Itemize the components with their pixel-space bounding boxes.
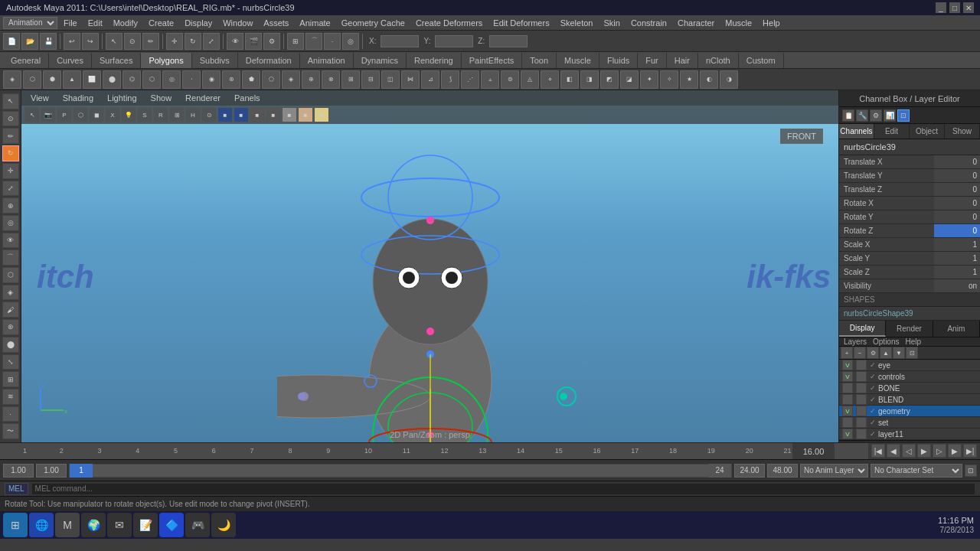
taskbar-app4[interactable]: 🔷 xyxy=(159,513,184,537)
vt-shadow[interactable]: S xyxy=(137,107,152,122)
tc-frame-end[interactable] xyxy=(734,464,765,478)
lt-rotate[interactable]: ↻ xyxy=(2,145,19,161)
shelf-icon-9[interactable]: ◎ xyxy=(162,70,181,89)
taskbar-app2[interactable]: ✉ xyxy=(107,513,132,537)
lt-paint[interactable]: ✏ xyxy=(2,128,19,144)
shelf-tab-painteffects[interactable]: PaintEffects xyxy=(462,53,523,68)
menu-skeleton[interactable]: Skeleton xyxy=(556,15,598,31)
vm-panels[interactable]: Panels xyxy=(228,90,266,106)
shelf-icon-24[interactable]: ⋰ xyxy=(461,70,479,89)
tc-frame-start[interactable] xyxy=(3,464,34,478)
pb-next[interactable]: ▶ xyxy=(948,444,962,458)
layer-check-geometry[interactable] xyxy=(856,406,867,416)
tb-y-input[interactable] xyxy=(435,35,473,47)
vt-grey[interactable]: ■ xyxy=(282,107,297,122)
lt-scale[interactable]: ⤢ xyxy=(2,181,19,197)
cb-object-name[interactable]: nurbsCircle39 xyxy=(839,139,980,155)
menu-editdef[interactable]: Edit Deformers xyxy=(488,15,554,31)
shelf-icon-31[interactable]: ◩ xyxy=(600,70,619,89)
shelf-icon-33[interactable]: ✦ xyxy=(640,70,658,89)
maximize-btn[interactable]: □ xyxy=(949,2,960,13)
pb-end[interactable]: ▶| xyxy=(963,444,977,458)
layer-vis-eye[interactable]: V xyxy=(842,360,853,370)
lt-show[interactable]: 👁 xyxy=(2,233,19,249)
layer-vis-geometry[interactable]: V xyxy=(842,406,853,416)
lt-surface[interactable]: ⬡ xyxy=(2,267,19,283)
tb-render[interactable]: 🎬 xyxy=(245,33,262,50)
rp-icon2[interactable]: 🔧 xyxy=(856,109,868,122)
shelf-icon-4[interactable]: ▲ xyxy=(63,70,81,89)
tb-select[interactable]: ↖ xyxy=(106,33,122,50)
menu-window[interactable]: Window xyxy=(218,15,257,31)
shelf-icon-30[interactable]: ◨ xyxy=(580,70,599,89)
layer-row-geometry[interactable]: V ✓ geometry xyxy=(839,406,980,417)
shelf-tab-muscle[interactable]: Muscle xyxy=(557,53,599,68)
layers-help[interactable]: Help xyxy=(905,337,921,346)
shelf-icon-28[interactable]: ⋄ xyxy=(541,70,559,89)
rp-icon1[interactable]: 📋 xyxy=(842,109,854,122)
pb-play[interactable]: ▶ xyxy=(917,444,931,458)
tb-lasso[interactable]: ⊙ xyxy=(124,33,141,50)
vt-dark1[interactable]: ■ xyxy=(250,107,265,122)
menu-help[interactable]: Help xyxy=(758,15,785,31)
shelf-icon-18[interactable]: ⊞ xyxy=(341,70,360,89)
shelf-icon-12[interactable]: ⊛ xyxy=(222,70,240,89)
menu-modify[interactable]: Modify xyxy=(109,15,142,31)
shelf-icon-21[interactable]: ⋈ xyxy=(401,70,420,89)
cb-value-sx[interactable]: 1 xyxy=(934,238,980,251)
layer-check-blend[interactable] xyxy=(856,394,867,405)
shelf-tab-fur[interactable]: Fur xyxy=(638,53,667,68)
vt-select-mode[interactable]: ↖ xyxy=(24,107,40,122)
shelf-icon-7[interactable]: ⌬ xyxy=(122,70,141,89)
close-btn[interactable]: ✕ xyxy=(963,2,974,13)
vt-blue2[interactable]: ■ xyxy=(234,107,249,122)
layers-filter-icon[interactable]: ⊡ xyxy=(906,347,918,359)
layers-new-icon[interactable]: + xyxy=(841,347,853,359)
shelf-tab-dynamics[interactable]: Dynamics xyxy=(354,53,407,68)
tb-undo[interactable]: ↩ xyxy=(64,33,80,50)
vt-blue1[interactable]: ■ xyxy=(217,107,233,122)
tc-options-btn[interactable]: ⊡ xyxy=(965,465,977,477)
layer-check-set[interactable] xyxy=(856,417,867,428)
shelf-icon-19[interactable]: ⊟ xyxy=(361,70,380,89)
vt-xray[interactable]: X xyxy=(105,107,120,122)
shelf-tab-deformation[interactable]: Deformation xyxy=(238,53,300,68)
shelf-icon-5[interactable]: ⬜ xyxy=(83,70,101,89)
lt-move[interactable]: ✛ xyxy=(2,163,19,179)
layers-options[interactable]: Options xyxy=(873,337,899,346)
menu-createdef[interactable]: Create Deformers xyxy=(411,15,487,31)
rp-tab-object[interactable]: Object xyxy=(910,124,945,139)
rp-icon5-active[interactable]: ⊡ xyxy=(897,109,910,122)
taskbar-app5[interactable]: 🎮 xyxy=(185,513,210,537)
tb-scale[interactable]: ⤢ xyxy=(203,33,220,50)
shelf-tab-ncloth[interactable]: nCloth xyxy=(698,53,739,68)
lt-lasso[interactable]: ⊙ xyxy=(2,111,19,127)
vm-view[interactable]: View xyxy=(24,90,55,106)
tb-batch[interactable]: ⚙ xyxy=(263,33,280,50)
layer-row-blend[interactable]: ✓ BLEND xyxy=(839,394,980,406)
cb-value-tz[interactable]: 0 xyxy=(934,183,980,196)
tb-move[interactable]: ✛ xyxy=(166,33,183,50)
shelf-icon-22[interactable]: ⊿ xyxy=(421,70,439,89)
layer-check-layer11[interactable] xyxy=(856,429,867,439)
vm-renderer[interactable]: Renderer xyxy=(179,90,227,106)
menu-animate[interactable]: Animate xyxy=(295,15,335,31)
viewport[interactable]: View Shading Lighting Show Renderer Pane… xyxy=(21,90,838,442)
layer-check-eye[interactable] xyxy=(856,360,867,370)
menu-file[interactable]: File xyxy=(59,15,82,31)
layer-vis-controls[interactable]: V xyxy=(842,371,853,382)
pb-back[interactable]: ◁ xyxy=(902,444,916,458)
lt-universal[interactable]: ⊕ xyxy=(2,197,19,214)
shelf-icon-36[interactable]: ◐ xyxy=(700,70,718,89)
dra-tab-display[interactable]: Display xyxy=(839,321,886,337)
shelf-tab-animation[interactable]: Animation xyxy=(300,53,354,68)
layers-attr-icon[interactable]: ⚙ xyxy=(867,347,879,359)
taskbar-app6[interactable]: 🌙 xyxy=(211,513,236,537)
vt-grid[interactable]: ⊞ xyxy=(169,107,185,122)
vt-tan[interactable]: ■ xyxy=(298,107,313,122)
layer-row-layer11[interactable]: V ✓ layer11 xyxy=(839,429,980,440)
shelf-tab-polygons[interactable]: Polygons xyxy=(141,53,191,68)
lt-dynfield[interactable]: ≋ xyxy=(2,389,19,405)
shelf-icon-37[interactable]: ◑ xyxy=(720,70,738,89)
vt-light[interactable]: 💡 xyxy=(121,107,136,122)
